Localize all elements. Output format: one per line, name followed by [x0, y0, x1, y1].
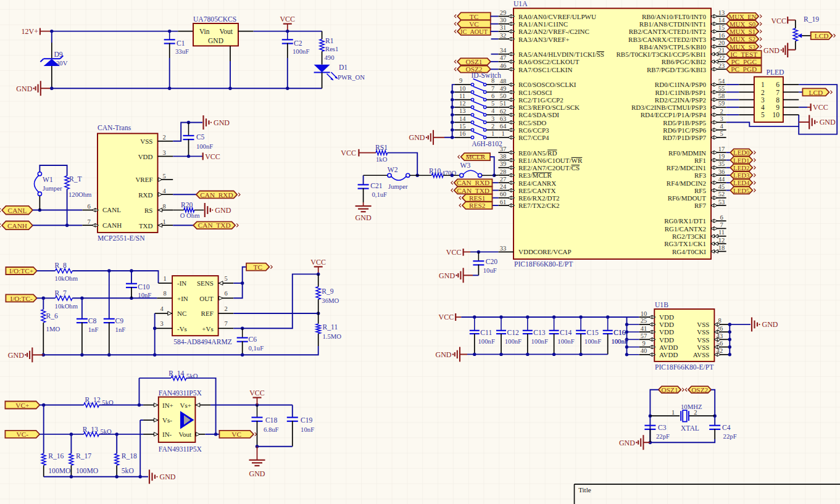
svg-text:R_7: R_7 — [55, 289, 67, 297]
svg-text:19: 19 — [718, 153, 725, 160]
svg-text:RES2: RES2 — [469, 202, 486, 209]
svg-text:RB1/AN8/CTDIN/INT1: RB1/AN8/CTDIN/INT1 — [639, 20, 706, 28]
svg-text:490: 490 — [325, 54, 335, 61]
svg-text:Vout: Vout — [219, 28, 233, 35]
svg-text:6: 6 — [720, 214, 723, 221]
svg-text:2: 2 — [761, 89, 765, 96]
svg-text:VDD: VDD — [659, 336, 674, 344]
svg-text:22: 22 — [718, 54, 725, 61]
svg-text:100nF: 100nF — [531, 337, 548, 345]
svg-text:5: 5 — [491, 100, 494, 107]
svg-text:GND: GND — [8, 351, 24, 360]
svg-text:RF6/MDOUT: RF6/MDOUT — [668, 194, 707, 202]
svg-text:1: 1 — [672, 409, 675, 416]
svg-text:7: 7 — [720, 221, 723, 228]
svg-text:Vs-: Vs- — [162, 416, 172, 424]
svg-text:R_12: R_12 — [85, 396, 101, 404]
svg-text:100nF: 100nF — [584, 337, 601, 345]
svg-text:C20: C20 — [486, 258, 498, 266]
svg-text:RB5/T0CKI/T3CKI/CCP5/KBI1: RB5/T0CKI/T3CKI/CCP5/KBI1 — [617, 51, 706, 58]
svg-text:CAN_RXD: CAN_RXD — [200, 191, 233, 199]
svg-text:Vs+: Vs+ — [180, 402, 191, 409]
svg-text:RG1/CANTX2: RG1/CANTX2 — [665, 225, 706, 233]
svg-text:52: 52 — [718, 191, 725, 197]
svg-text:PIC18F66K80-E/PT: PIC18F66K80-E/PT — [514, 260, 573, 268]
svg-text:TXD: TXD — [139, 222, 153, 229]
svg-text:C12: C12 — [507, 329, 520, 337]
svg-text:OSZ1: OSZ1 — [466, 58, 483, 65]
svg-text:IN+: IN+ — [162, 402, 173, 409]
svg-text:RC5/SDO: RC5/SDO — [518, 119, 546, 126]
svg-text:R_T: R_T — [69, 175, 82, 183]
svg-text:33uF: 33uF — [175, 48, 189, 55]
svg-text:MUX_EN: MUX_EN — [729, 13, 757, 20]
svg-text:C19: C19 — [301, 416, 313, 424]
svg-text:GND: GND — [409, 133, 425, 142]
svg-text:1.5MO: 1.5MO — [323, 333, 342, 340]
svg-text:10kOhm: 10kOhm — [55, 302, 78, 310]
svg-text:VSS: VSS — [697, 321, 709, 328]
svg-text:RB2/CANTX/CTED1/INT2: RB2/CANTX/CTED1/INT2 — [629, 28, 706, 35]
svg-text:0,1uF: 0,1uF — [372, 191, 387, 198]
svg-text:53: 53 — [718, 199, 725, 205]
svg-text:FAN4931IP5X: FAN4931IP5X — [159, 389, 202, 397]
svg-text:100MO: 100MO — [76, 467, 98, 475]
svg-text:RC2/T1G/CCP2: RC2/T1G/CCP2 — [518, 96, 563, 104]
svg-text:R_9: R_9 — [322, 287, 334, 295]
svg-text:W1: W1 — [43, 176, 53, 184]
svg-text:51: 51 — [500, 100, 507, 107]
svg-text:15: 15 — [459, 123, 466, 130]
svg-text:-Vs: -Vs — [177, 325, 187, 333]
svg-text:28: 28 — [500, 168, 507, 175]
svg-text:29: 29 — [500, 9, 507, 16]
svg-text:IN-: IN- — [162, 431, 172, 438]
svg-text:PC_PGD: PC_PGD — [731, 65, 757, 73]
svg-text:10: 10 — [459, 85, 466, 92]
svg-text:5: 5 — [162, 173, 165, 180]
svg-text:6: 6 — [491, 93, 494, 99]
svg-text:11: 11 — [718, 229, 725, 236]
svg-text:RE2/AN7/C2OUT/CS: RE2/AN7/C2OUT/CS — [518, 164, 580, 171]
svg-text:23: 23 — [718, 62, 725, 69]
svg-text:I/O:TC-: I/O:TC- — [10, 295, 33, 302]
svg-text:VC-: VC- — [17, 431, 29, 438]
svg-text:C18: C18 — [265, 416, 278, 424]
svg-text:LED4: LED4 — [733, 179, 750, 186]
svg-text:RF5: RF5 — [694, 187, 706, 194]
svg-text:MUX_S0: MUX_S0 — [730, 20, 755, 28]
svg-text:C14: C14 — [560, 329, 572, 337]
svg-text:8: 8 — [163, 290, 166, 297]
svg-text:C10: C10 — [138, 283, 150, 291]
svg-text:GND: GND — [214, 118, 230, 127]
svg-text:100nF: 100nF — [196, 143, 213, 150]
svg-text:R_13: R_13 — [83, 426, 98, 434]
svg-text:2: 2 — [720, 108, 723, 115]
svg-text:C6: C6 — [249, 336, 257, 344]
svg-text:GND: GND — [763, 46, 780, 55]
svg-text:2: 2 — [162, 134, 165, 141]
svg-text:38: 38 — [500, 153, 507, 160]
svg-text:6: 6 — [776, 81, 780, 88]
svg-text:IC_TEST: IC_TEST — [730, 51, 757, 58]
svg-text:13: 13 — [459, 107, 466, 114]
svg-text:62: 62 — [500, 108, 507, 115]
svg-text:C5: C5 — [196, 133, 205, 141]
svg-text:RC4/SDA/SDI: RC4/SDA/SDI — [518, 111, 559, 118]
svg-text:+Vs: +Vs — [202, 325, 213, 333]
svg-text:GND: GND — [619, 439, 635, 447]
svg-text:RD0/C1INA/PSP0: RD0/C1INA/PSP0 — [655, 81, 707, 88]
svg-text:C3: C3 — [658, 424, 667, 432]
svg-text:OUT: OUT — [199, 295, 214, 302]
svg-text:CAN_TXD: CAN_TXD — [198, 221, 231, 229]
svg-text:RD2/C2INA/PSP2: RD2/C2INA/PSP2 — [655, 96, 706, 104]
svg-text:VCC: VCC — [446, 248, 462, 257]
svg-text:C13: C13 — [533, 329, 546, 337]
svg-text:RD1/C1INB/PSP1: RD1/C1INB/PSP1 — [655, 89, 706, 96]
svg-text:RD4/ECCP1/P1A/PSP4: RD4/ECCP1/P1A/PSP4 — [641, 111, 707, 118]
svg-text:4: 4 — [162, 188, 166, 194]
svg-text:VCC: VCC — [771, 17, 786, 25]
svg-text:47: 47 — [500, 54, 507, 61]
svg-text:46: 46 — [500, 62, 507, 69]
svg-text:GND: GND — [439, 271, 455, 280]
svg-text:CAN-Trans: CAN-Trans — [98, 124, 131, 132]
